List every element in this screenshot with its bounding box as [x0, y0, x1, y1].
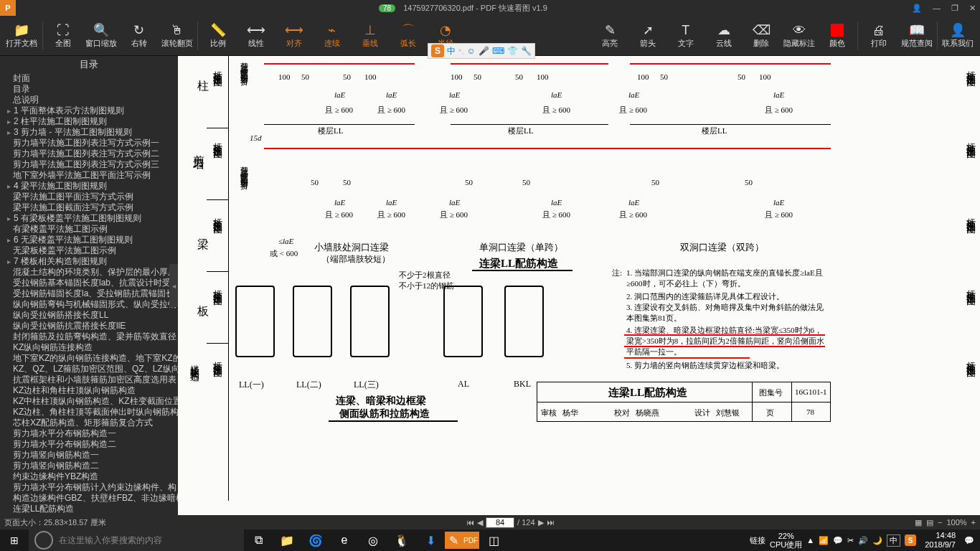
toc-item[interactable]: 有梁楼盖平法施工图示例 — [6, 224, 178, 235]
toc-item[interactable]: 封闭箍筋及拉筋弯钩构造、梁并筋等效直径 — [6, 331, 178, 342]
page-first[interactable]: ⏮ — [466, 518, 474, 527]
toc-item[interactable]: 剪力墙水平分布钢筋计入约束边缘构件、构 — [6, 482, 178, 493]
wheelpage-button[interactable]: 🖱滚轮翻页 — [158, 17, 196, 55]
linear-button[interactable]: ⟷线性 — [237, 17, 275, 55]
minimize-button[interactable]: — — [933, 4, 941, 12]
toc-item[interactable]: 目录 — [6, 84, 178, 95]
app-pdf[interactable]: PDF — [462, 532, 479, 549]
user-icon[interactable]: 👤 — [912, 4, 922, 12]
app-note[interactable]: ✎ — [445, 532, 462, 549]
app-qq[interactable]: 🐧 — [387, 529, 416, 551]
toc-item[interactable]: 抗震框架柱和小墙肢箍筋加密区高度选用表 — [6, 375, 178, 385]
toc-item[interactable]: 纵向钢筋弯钩与机械锚固形式、纵向受拉钢 — [6, 299, 178, 310]
app-recycle[interactable]: ⬇ — [416, 529, 445, 551]
contact-button[interactable]: 👤联系我们 — [939, 17, 977, 55]
page-last[interactable]: ⏭ — [547, 518, 555, 527]
taskview-icon[interactable]: ⧉ — [244, 529, 273, 551]
toc-item[interactable]: 总说明 — [6, 95, 178, 105]
pdf-viewer[interactable]: 柱 剪力墙 梁 板 楼板相关构造 标准构造详图 标准构造详图 标准构造详图 标准… — [178, 56, 980, 515]
ime-skin-icon[interactable]: 👕 — [507, 46, 518, 56]
toc-item[interactable]: 梁平法施工图截面注写方式示例 — [6, 202, 178, 213]
tray-up-icon[interactable]: ▲ — [806, 536, 814, 545]
ime-kbd-icon[interactable]: ⌨ — [492, 46, 504, 56]
start-button[interactable]: ⊞ — [0, 529, 29, 551]
toc-item[interactable]: 混凝土结构的环境类别、保护层的最小厚度 — [6, 267, 178, 278]
fullview-button[interactable]: ⛶全图 — [44, 17, 83, 55]
toc-item[interactable]: 剪力墙竖向钢筋构造一 — [6, 450, 178, 461]
toc-item[interactable]: 2 柱平法施工图制图规则 — [6, 116, 178, 127]
tray-sogou[interactable]: S — [905, 534, 916, 546]
print-button[interactable]: 🖨打印 — [859, 17, 897, 55]
toc-item[interactable]: KZ中柱柱顶纵向钢筋构造、KZ柱变截面位置 — [6, 396, 178, 407]
toc-item[interactable]: 约束边缘构件YBZ构造 — [6, 471, 178, 482]
toc-item[interactable]: 剪力墙竖向钢筋构造二 — [6, 461, 178, 471]
toc-item[interactable]: 3 剪力墙 - 平法施工图制图规则 — [6, 127, 178, 138]
tray-dnd-icon[interactable]: 🌙 — [872, 536, 882, 545]
toc-item[interactable]: 无梁板楼盖平法施工图示例 — [6, 245, 178, 256]
scale-button[interactable]: 📏比例 — [199, 17, 237, 55]
tray-net-icon[interactable]: 📶 — [819, 536, 829, 545]
toc-item[interactable]: KZ纵向钢筋连接构造 — [6, 342, 178, 353]
app-win[interactable]: ◫ — [479, 529, 508, 551]
toc-item[interactable]: KZ边柱和角柱柱顶纵向钢筋构造 — [6, 385, 178, 396]
cloud-button[interactable]: ☁云线 — [705, 17, 743, 55]
page-next[interactable]: ▶ — [538, 518, 544, 527]
view-mode-1[interactable]: ▦ — [915, 518, 922, 527]
ime-toolbar[interactable]: S 中 •, ☺ 🎤 ⌨ 👕 🔧 — [428, 43, 535, 59]
tray-snip-icon[interactable]: ✂ — [847, 536, 854, 545]
norm-button[interactable]: 📖规范查阅 — [897, 17, 936, 55]
zoom-out[interactable]: − — [938, 518, 942, 527]
align-button[interactable]: ⟷对齐 — [275, 17, 314, 55]
rotate-button[interactable]: ↻右转 — [120, 17, 158, 55]
tray-ime[interactable]: 中 — [887, 534, 900, 547]
toc-item[interactable]: 剪力墙水平分布钢筋构造二 — [6, 439, 178, 450]
toc-item[interactable]: KZ、QZ、LZ箍筋加密区范围、QZ、LZ纵向钢 — [6, 364, 178, 375]
toc-item[interactable]: 剪力墙平法施工图列表注写方式示例二 — [6, 149, 178, 159]
fitwindow-button[interactable]: 🔍窗口缩放 — [83, 17, 121, 55]
app-explorer[interactable]: 📁 — [273, 529, 301, 551]
toc-item[interactable]: 剪力墙BKL或AL与LL重叠时配筋构造 — [6, 514, 178, 515]
toc-item[interactable]: 受拉钢筋锚固长度la、受拉钢筋抗震锚固长 — [6, 288, 178, 299]
toc-item[interactable]: 受拉钢筋基本锚固长度lab、抗震设计时受 — [6, 278, 178, 288]
page-prev[interactable]: ◀ — [477, 518, 483, 527]
toc-item[interactable]: 连梁LL配筋构造 — [6, 504, 178, 514]
toc-item[interactable]: 剪力墙平法施工图列表注写方式示例一 — [6, 138, 178, 149]
highlight-button[interactable]: ✎高亮 — [591, 17, 629, 55]
arrow-button[interactable]: ➚箭头 — [629, 17, 667, 55]
ime-tool-icon[interactable]: 🔧 — [521, 46, 532, 56]
sogou-icon[interactable]: S — [431, 44, 444, 57]
ime-mic-icon[interactable]: 🎤 — [479, 46, 489, 56]
cortana-icon[interactable] — [34, 531, 53, 550]
app-mail[interactable]: 🌀 — [301, 529, 330, 551]
ime-punct-icon[interactable]: •, — [458, 46, 464, 56]
continuous-button[interactable]: ⌁连续 — [313, 17, 351, 55]
toc-item[interactable]: 剪力墙水平分布钢筋构造一 — [6, 428, 178, 439]
hide-button[interactable]: 👁隐藏标注 — [781, 17, 819, 55]
close-button[interactable]: ✕ — [969, 4, 976, 12]
page-input[interactable] — [486, 517, 514, 528]
toc-item[interactable]: 梁平法施工图平面注写方式示例 — [6, 192, 178, 202]
toc-item[interactable]: 构造边缘构件GBZ、扶壁柱FBZ、非边缘暗柱 — [6, 493, 178, 504]
toc-item[interactable]: 7 楼板相关构造制图规则 — [6, 256, 178, 267]
toc-item[interactable]: 封面 — [6, 73, 178, 84]
toc-item[interactable]: 1 平面整体表示方法制图规则 — [6, 105, 178, 116]
app-chrome[interactable]: ◎ — [359, 529, 387, 551]
color-button[interactable]: 颜色 — [819, 17, 857, 55]
app-edge[interactable]: e — [330, 529, 359, 551]
maximize-button[interactable]: ❐ — [951, 4, 958, 12]
ime-lang[interactable]: 中 — [447, 45, 456, 57]
open-button[interactable]: 📁打开文档 — [3, 17, 41, 55]
toc-item[interactable]: 剪力墙平法施工图列表注写方式示例三 — [6, 159, 178, 170]
arc-button[interactable]: ⌒弧长 — [389, 17, 427, 55]
tray-vol-icon[interactable]: 🔊 — [858, 536, 868, 545]
toc-item[interactable]: 芯柱XZ配筋构造、矩形箍筋复合方式 — [6, 418, 178, 428]
toc-item[interactable]: 地下室KZ的纵向钢筋连接构造、地下室KZ的 — [6, 353, 178, 364]
tray-notif-icon[interactable]: 💬 — [964, 536, 974, 545]
taskbar-search[interactable]: 在这里输入你要搜索的内容 — [29, 529, 244, 551]
sidebar-collapse[interactable]: ◂ — [169, 264, 178, 307]
ime-emoji-icon[interactable]: ☺ — [467, 46, 476, 56]
vertical-button[interactable]: ⊥垂线 — [351, 17, 389, 55]
tray-comment-icon[interactable]: 💬 — [833, 536, 843, 545]
view-mode-2[interactable]: ▤ — [926, 518, 933, 527]
toc-item[interactable]: 4 梁平法施工图制图规则 — [6, 181, 178, 192]
